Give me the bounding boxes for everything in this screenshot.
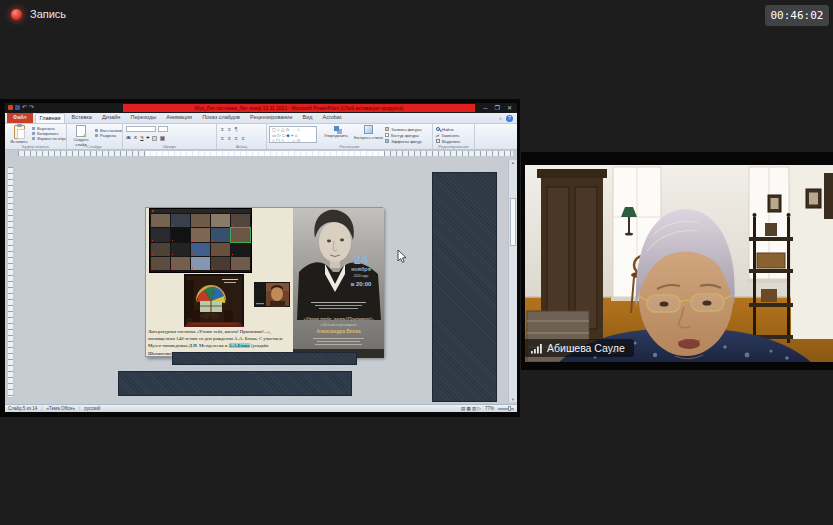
- poster-subtitle: к 140-летию со дня рождения: [321, 323, 357, 327]
- scrollbar-thumb[interactable]: [510, 198, 516, 246]
- font-color-button[interactable]: [160, 136, 165, 141]
- gallery-tile: [171, 228, 190, 241]
- font-row-2: Ж К Ч S: [126, 135, 165, 141]
- format-painter-icon: [32, 137, 35, 140]
- tab-insert[interactable]: Вставка: [67, 113, 95, 123]
- arrange-button[interactable]: Упорядочить: [321, 125, 351, 138]
- redo-icon[interactable]: ↷: [29, 105, 34, 110]
- gallery-tile: [211, 214, 230, 227]
- zoom-level[interactable]: 77%: [485, 406, 494, 411]
- slide[interactable]: 24 ноября 2020 года в 20:00 «Узнаю тебя,…: [145, 207, 383, 357]
- group-drawing: ◻ ○ △ ◇ → ☆ ▭ ▷ □ ◆ + ⌂ ○ ◻ △ → ☆ ◇ Упор…: [267, 124, 433, 149]
- recording-indicator[interactable]: Запись: [11, 8, 66, 20]
- group-editing: Найти ⇄Заменить Выделить Редактирование: [433, 124, 475, 149]
- speaker-video-thumb[interactable]: [254, 282, 290, 307]
- caption-link[interactable]: А.А.Блока: [229, 343, 250, 348]
- participant-video-tile[interactable]: Абишева Сауле: [525, 165, 833, 362]
- gallery-window-bar: [150, 209, 251, 213]
- tab-file[interactable]: Файл: [7, 113, 33, 123]
- find-icon: [436, 127, 440, 131]
- group-label-slides: Слайды: [67, 144, 122, 149]
- gallery-tile: [171, 214, 190, 227]
- group-label-editing: Редактирование: [433, 144, 474, 149]
- language-indicator[interactable]: русский: [84, 406, 100, 411]
- zoom-slider-knob[interactable]: [508, 406, 511, 411]
- group-label-clipboard: Буфер обмена: [5, 144, 66, 149]
- gallery-tile: [151, 228, 170, 241]
- gallery-tile: [211, 243, 230, 256]
- paragraph-mark-button[interactable]: ¶: [235, 126, 238, 132]
- shape-fill-label: Заливка фигуры: [391, 127, 422, 132]
- strikethrough-button[interactable]: S: [147, 135, 150, 141]
- horizontal-ruler[interactable]: [17, 150, 514, 157]
- reset-icon: [95, 129, 98, 132]
- tab-review[interactable]: Рецензирование: [246, 113, 296, 123]
- view-buttons[interactable]: ▤ ▦ ▥ ▷: [461, 406, 481, 411]
- align-left-button[interactable]: ≡: [221, 135, 224, 141]
- powerpoint-app-icon: [8, 105, 13, 110]
- select-label: Выделить: [442, 139, 460, 144]
- offslide-shape-bottom[interactable]: [118, 371, 352, 396]
- shapes-gallery[interactable]: ◻ ○ △ ◇ → ☆ ▭ ▷ □ ◆ + ⌂ ○ ◻ △ → ☆ ◇: [269, 126, 317, 143]
- sections-button[interactable]: Разделы: [95, 133, 122, 138]
- vertical-scrollbar[interactable]: ▲ ▼: [508, 160, 517, 402]
- save-icon[interactable]: [15, 105, 20, 110]
- italic-button[interactable]: К: [134, 135, 137, 141]
- underline-button[interactable]: Ч: [140, 135, 143, 141]
- justify-button[interactable]: ≡: [242, 135, 245, 141]
- ribbon: Вставить Вырезать Копировать Формат по о…: [5, 124, 517, 150]
- tab-design[interactable]: Дизайн: [98, 113, 125, 123]
- tab-animations[interactable]: Анимации: [162, 113, 196, 123]
- paste-button[interactable]: Вставить: [7, 125, 31, 144]
- gallery-tile: [231, 257, 250, 270]
- recording-label: Запись: [30, 8, 66, 20]
- maximize-button[interactable]: ❒: [495, 103, 500, 113]
- undo-icon[interactable]: ↶: [22, 105, 27, 110]
- gallery-tile: [191, 214, 210, 227]
- minimize-button[interactable]: ─: [483, 103, 487, 113]
- group-paragraph: ≡ ≡ ¶ ≡ ≡ ≡ ≡ Абзац: [217, 124, 267, 149]
- text-highlight-button[interactable]: [152, 136, 157, 141]
- bullets-button[interactable]: ≡: [221, 126, 224, 132]
- font-size-combobox[interactable]: [158, 126, 168, 132]
- group-font: Ж К Ч S Шрифт: [123, 124, 217, 149]
- help-icon[interactable]: ?: [506, 115, 513, 122]
- poster-title: «Узнаю тебя, жизнь!/Принимаю!»: [304, 316, 374, 321]
- tab-view[interactable]: Вид: [299, 113, 317, 123]
- tab-slideshow[interactable]: Показ слайдов: [198, 113, 244, 123]
- scroll-up-icon[interactable]: ▲: [509, 160, 517, 165]
- recording-dot-icon: [11, 9, 22, 20]
- zoom-slider[interactable]: [498, 408, 514, 410]
- numbering-button[interactable]: ≡: [228, 126, 231, 132]
- offslide-shape-strip[interactable]: [172, 352, 357, 365]
- gallery-grid: [151, 214, 250, 270]
- tab-home[interactable]: Главная: [35, 113, 66, 123]
- gallery-tile: [151, 214, 170, 227]
- paste-icon: [14, 125, 25, 139]
- font-name-combobox[interactable]: [126, 126, 156, 132]
- blok-poster[interactable]: 24 ноября 2020 года в 20:00 «Узнаю тебя,…: [293, 208, 384, 358]
- participant-name: Абишева Сауле: [547, 342, 625, 354]
- group-label-paragraph: Абзац: [217, 144, 266, 149]
- format-painter-button[interactable]: Формат по образцу: [32, 136, 66, 141]
- close-button[interactable]: ✕: [507, 103, 512, 113]
- tab-acrobat[interactable]: Acrobat: [318, 113, 345, 123]
- vertical-ruler[interactable]: [7, 166, 14, 398]
- zoom-gallery-image[interactable]: [149, 208, 252, 273]
- bold-button[interactable]: Ж: [126, 135, 131, 141]
- slides-commands: Восстановить Разделы: [95, 128, 122, 138]
- audio-signal-icon: [531, 343, 542, 354]
- align-center-button[interactable]: ≡: [228, 135, 231, 141]
- offslide-shape-right[interactable]: [432, 172, 497, 402]
- align-right-button[interactable]: ≡: [235, 135, 238, 141]
- arrange-icon: [334, 126, 339, 131]
- ruler-band: [5, 150, 517, 158]
- collapse-ribbon-icon[interactable]: ˄: [499, 116, 502, 122]
- quick-styles-button[interactable]: Экспресс-стили: [353, 125, 383, 140]
- format-painter-label: Формат по образцу: [37, 136, 66, 141]
- quick-access-toolbar[interactable]: ↶ ↷: [8, 105, 34, 110]
- scroll-down-icon[interactable]: ▼: [509, 397, 517, 402]
- interior-photo[interactable]: [184, 274, 244, 327]
- tab-transitions[interactable]: Переходы: [126, 113, 160, 123]
- poster-day: 24: [354, 252, 369, 267]
